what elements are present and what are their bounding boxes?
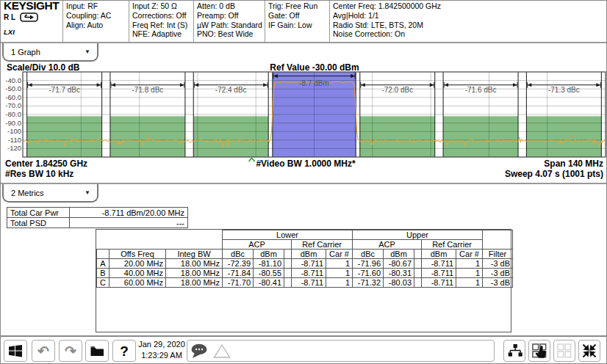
y-axis-tick: -110 — [8, 136, 21, 144]
system-status-bar: KEYSIGHT R L LXI Input: RFCoupling: ACAl… — [1, 1, 606, 43]
input-settings-panel[interactable]: Input: RFCoupling: ACAlign: Auto — [63, 1, 129, 42]
acp-cell: -8.711 — [422, 269, 456, 278]
screen-layout-touch-button[interactable] — [528, 340, 550, 362]
metrics-selector-label: 2 Metrics — [11, 189, 44, 197]
grid-icon — [556, 343, 573, 360]
message-bubble-icon — [190, 343, 210, 359]
status-line: µW Path: Standard — [197, 21, 262, 30]
frequency-ref-panel[interactable]: Input Z: 50 ΩCorrections: OffFreq Ref: I… — [129, 1, 194, 42]
datetime-display: Jan 29, 2020 1:23:29 AM — [137, 339, 186, 361]
help-icon: ? — [120, 344, 129, 358]
offset-region-upper-C — [526, 116, 601, 157]
spectrum-trace — [24, 81, 605, 148]
upper-group-header: Upper — [353, 230, 483, 240]
status-line: Align: Auto — [66, 21, 126, 30]
video-bw-annotation: #Video BW 1.0000 MHz* — [232, 159, 379, 169]
time-text: 1:23:29 AM — [137, 350, 186, 361]
bottom-toolbar: ↶ ↷ ? Jan 29, 2020 1:23:29 AM — [1, 337, 606, 364]
metrics-selector-dropdown[interactable]: 2 Metrics ▼ — [2, 184, 98, 203]
status-line: Input Z: 50 Ω — [132, 1, 190, 11]
table-row: C60.00 MHz18.00 MHz-71.70-80.41-8.7111-7… — [97, 278, 513, 288]
status-line: Freq Ref: Int (S) — [132, 21, 190, 30]
measurement-settings-panel[interactable]: Center Freq: 1.842500000 GHzAvg|Hold: 1/… — [330, 1, 606, 42]
acp-cell: -71.32 — [353, 278, 384, 288]
warning-triangle-icon — [213, 343, 231, 359]
help-button[interactable]: ? — [112, 340, 136, 362]
acp-cell — [284, 269, 292, 278]
acp-column-header-row: Offs FreqInteg BWdBcdBmdBmCar #dBcdBmdBm… — [97, 250, 513, 259]
y-axis-tick: -90.0 — [5, 119, 21, 127]
acp-header-row: Lower Upper — [97, 230, 513, 240]
acp-cell: 1 — [456, 278, 483, 288]
undo-icon: ↶ — [37, 344, 49, 358]
file-explorer-button[interactable] — [85, 340, 109, 362]
status-line: IF Gain: Low — [268, 21, 326, 30]
acp-cell: 20.00 MHz — [109, 259, 166, 269]
status-line: Center Freq: 1.842500000 GHz — [333, 1, 603, 11]
acp-cell: -8.711 — [422, 278, 456, 288]
message-status-area[interactable] — [187, 340, 495, 362]
acp-cell: -71.84 — [223, 269, 254, 278]
acp-cell: -80.55 — [254, 269, 284, 278]
table-row: A20.00 MHz18.00 MHz-72.39-81.10-8.7111-7… — [97, 259, 513, 269]
amplitude-settings-panel[interactable]: Atten: 0 dBPreamp: OffµW Path: StandardP… — [194, 1, 265, 42]
y-axis-tick: -100 — [7, 127, 21, 135]
span-annotation: Span 140 MHz — [456, 159, 603, 169]
acp-cell: -80.67 — [384, 259, 414, 269]
total-car-pwr-label: Total Car Pwr — [7, 208, 70, 218]
acp-results-table: Lower Upper ACPRef Carrier ACPRef Carrie… — [96, 230, 513, 288]
status-line: Gate: Off — [268, 11, 326, 21]
lower-group-header: Lower — [223, 230, 353, 240]
undo-button[interactable]: ↶ — [32, 340, 55, 362]
offset-region-lower-A — [193, 116, 268, 157]
offset-region-label: -71.3 dBc — [548, 86, 580, 94]
status-line: Atten: 0 dB — [197, 1, 262, 11]
acp-cell: 18.00 MHz — [166, 259, 223, 269]
status-line: Radio Std: LTE, BTS, 20M — [333, 21, 603, 30]
acp-cell: -71.70 — [223, 278, 254, 288]
acp-cell: -3 dB — [483, 259, 513, 269]
status-line: NFE: Adaptive — [132, 29, 190, 39]
acp-results-frame: Lower Upper ACPRef Carrier ACPRef Carrie… — [96, 229, 511, 332]
y-axis-tick: -120 — [7, 144, 21, 152]
trigger-settings-panel[interactable]: Trig: Free RunGate: OffIF Gain: Low — [265, 1, 330, 42]
acp-cell: -8.711 — [292, 259, 326, 269]
offset-region-label: -71.8 dBc — [132, 86, 164, 94]
acp-cell: -81.10 — [254, 259, 284, 269]
acp-cell: 1 — [456, 269, 483, 278]
windows-logo-icon — [9, 345, 22, 357]
acp-cell: 1 — [326, 278, 353, 288]
table-row: Total PSD --- — [7, 218, 188, 228]
folder-icon — [90, 346, 104, 357]
graph-selector-dropdown[interactable]: 1 Graph ▼ — [2, 43, 98, 62]
total-psd-label: Total PSD — [7, 218, 70, 228]
offset-region-upper-A — [360, 116, 435, 157]
offset-region-lower-C — [27, 116, 102, 157]
acp-cell — [414, 259, 422, 269]
y-axis-tick: -50.0 — [5, 84, 21, 92]
ref-value-readout: Ref Value -30.00 dBm — [241, 62, 388, 73]
windows-start-button[interactable] — [4, 340, 27, 362]
lxi-logo: LXI — [4, 28, 60, 37]
status-line: Coupling: AC — [66, 11, 126, 21]
brand-text: KEYSIGHT — [4, 1, 60, 11]
flowchart-icon — [507, 343, 522, 358]
graph-selector-label: 1 Graph — [11, 48, 40, 57]
spectrum-plot[interactable]: -40.0-50.0-60.0-70.0-80.0-90.0-100-110-1… — [1, 70, 607, 166]
acp-cell: -8.711 — [292, 269, 326, 278]
status-line: Avg|Hold: 1/1 — [333, 11, 603, 21]
acp-cell: -8.711 — [422, 259, 456, 269]
redo-button[interactable]: ↷ — [59, 340, 82, 362]
speech-bubble-logo-icon — [20, 12, 39, 23]
acp-cell — [284, 259, 292, 269]
offset-region-label: -71.6 dBc — [465, 86, 497, 94]
acp-cell: -80.31 — [384, 269, 414, 278]
collapse-fullscreen-button[interactable] — [578, 340, 600, 362]
scale-div-readout: Scale/Div 10.0 dB — [7, 62, 79, 73]
sweep-annotation: Sweep 4.07 s (1001 pts) — [420, 169, 603, 179]
offset-region-label: -72.0 dBc — [381, 86, 413, 94]
chevron-down-icon: ▼ — [85, 189, 90, 196]
center-freq-annotation: Center 1.84250 GHz — [5, 159, 87, 169]
status-line: Corrections: Off — [132, 11, 190, 21]
measurement-setup-button[interactable] — [503, 340, 525, 362]
